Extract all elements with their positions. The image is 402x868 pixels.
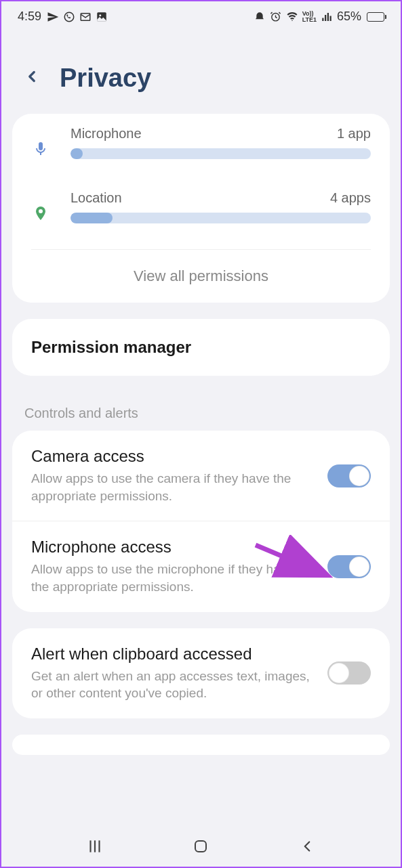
gallery-icon [96, 11, 108, 23]
svg-rect-10 [195, 841, 206, 852]
navigation-bar [1, 826, 401, 867]
toggle-title: Camera access [31, 447, 314, 466]
svg-point-0 [64, 12, 74, 22]
location-icon [31, 204, 50, 223]
back-button[interactable] [18, 63, 46, 93]
microphone-icon [31, 139, 50, 158]
next-card [12, 735, 390, 755]
permissions-card: Microphone 1 app Location 4 apps View al… [12, 114, 390, 303]
toggle-description: Get an alert when an app accesses text, … [31, 668, 314, 702]
battery-icon [367, 12, 384, 22]
permission-name: Location [71, 190, 122, 206]
section-header-controls: Controls and alerts [1, 392, 401, 431]
permission-manager-item[interactable]: Permission manager [12, 319, 390, 376]
permission-count: 1 app [337, 126, 371, 142]
microphone-access-toggle[interactable] [327, 555, 371, 578]
camera-access-toggle[interactable] [327, 464, 371, 487]
home-button[interactable] [190, 836, 211, 856]
telegram-icon [47, 11, 59, 23]
status-bar: 4:59 Vo))LTE1 65 [1, 1, 401, 29]
back-nav-button[interactable] [297, 836, 317, 856]
permission-manager-card[interactable]: Permission manager [12, 319, 390, 376]
permission-count: 4 apps [330, 190, 371, 206]
permission-row-microphone[interactable]: Microphone 1 app [12, 114, 390, 178]
permission-usage-bar [71, 148, 371, 159]
page-title: Privacy [60, 64, 151, 93]
notification-icon [254, 11, 266, 23]
controls-card: Camera access Allow apps to use the came… [12, 431, 390, 612]
wifi-icon [286, 11, 298, 23]
permission-row-location[interactable]: Location 4 apps [12, 178, 390, 242]
svg-point-3 [99, 14, 101, 16]
permission-name: Microphone [71, 126, 142, 142]
camera-access-item[interactable]: Camera access Allow apps to use the came… [12, 431, 390, 521]
toggle-title: Microphone access [31, 538, 314, 557]
status-time: 4:59 [18, 9, 41, 24]
microphone-access-item[interactable]: Microphone access Allow apps to use the … [12, 521, 390, 611]
permission-usage-bar [71, 213, 371, 223]
toggle-description: Allow apps to use the microphone if they… [31, 561, 314, 595]
toggle-description: Allow apps to use the camera if they hav… [31, 470, 314, 504]
signal-icon [321, 11, 333, 23]
recents-button[interactable] [85, 836, 105, 856]
clipboard-alert-item[interactable]: Alert when clipboard accessed Get an ale… [12, 628, 390, 718]
battery-percent: 65% [337, 9, 361, 24]
toggle-title: Alert when clipboard accessed [31, 645, 314, 664]
page-header: Privacy [1, 29, 401, 114]
volte-icon: Vo))LTE1 [302, 11, 317, 23]
clipboard-card: Alert when clipboard accessed Get an ale… [12, 628, 390, 718]
clipboard-alert-toggle[interactable] [327, 661, 371, 685]
gmail-icon [79, 11, 92, 23]
alarm-icon [270, 11, 282, 23]
view-all-permissions-button[interactable]: View all permissions [12, 250, 390, 303]
whatsapp-icon [63, 11, 75, 23]
